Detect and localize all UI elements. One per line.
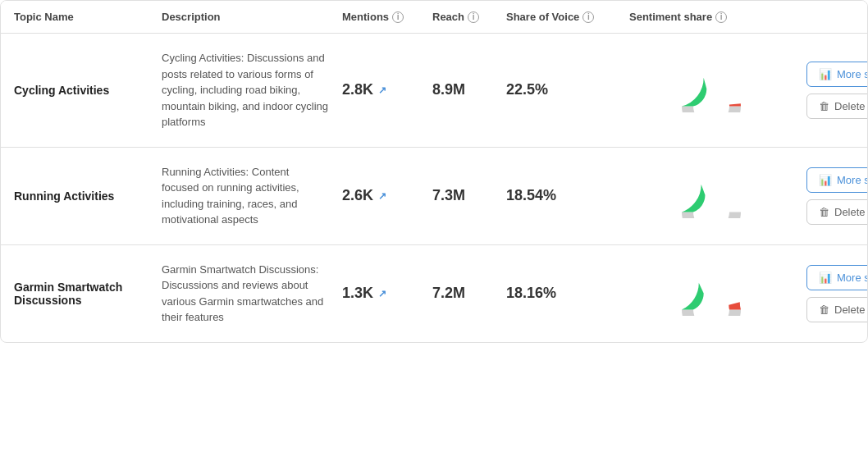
more-stats-button-garmin[interactable]: 📊 More stats xyxy=(806,265,868,290)
mentions-running: 2.6K ↗ xyxy=(342,187,432,204)
col-description: Description xyxy=(162,11,342,23)
table-row-running: Running Activities Running Activities: C… xyxy=(1,148,867,245)
reach-garmin: 7.2M xyxy=(432,285,506,302)
reach-cycling: 8.9M xyxy=(432,81,506,98)
mentions-link-icon-garmin[interactable]: ↗ xyxy=(378,288,386,299)
mentions-link-icon-running[interactable]: ↗ xyxy=(378,190,386,202)
delete-icon-garmin: 🗑 xyxy=(819,304,829,316)
topics-table: Topic Name Description Mentions i Reach … xyxy=(0,0,868,343)
mentions-cycling: 2.8K ↗ xyxy=(342,81,432,98)
col-actions xyxy=(793,11,854,23)
description-garmin: Garmin Smartwatch Discussions: Discussio… xyxy=(162,262,342,326)
topic-name-garmin: Garmin Smartwatch Discussions xyxy=(14,281,162,307)
more-stats-icon-garmin: 📊 xyxy=(819,272,832,284)
delete-button-garmin[interactable]: 🗑 Delete topic xyxy=(806,297,868,322)
more-stats-button-running[interactable]: 📊 More stats xyxy=(806,167,868,193)
actions-running: 📊 More stats 🗑 Delete topic xyxy=(793,167,868,225)
delete-button-running[interactable]: 🗑 Delete topic xyxy=(806,199,868,225)
gauge-garmin xyxy=(629,271,793,316)
gauge-cycling xyxy=(629,67,793,112)
actions-cycling: 📊 More stats 🗑 Delete topic xyxy=(793,62,868,119)
sov-running: 18.54% xyxy=(506,187,629,204)
topic-name-cycling: Cycling Activities xyxy=(14,84,162,97)
sov-garmin: 18.16% xyxy=(506,285,629,302)
sov-cycling: 22.5% xyxy=(506,81,629,98)
col-reach: Reach i xyxy=(432,11,506,23)
delete-icon-running: 🗑 xyxy=(819,206,829,218)
delete-button-cycling[interactable]: 🗑 Delete topic xyxy=(806,94,868,119)
mentions-link-icon-cycling[interactable]: ↗ xyxy=(378,84,386,96)
reach-info-icon[interactable]: i xyxy=(468,11,479,23)
gauge-running xyxy=(629,173,793,218)
table-header: Topic Name Description Mentions i Reach … xyxy=(1,1,867,34)
sentiment-info-icon[interactable]: i xyxy=(715,11,727,23)
col-mentions: Mentions i xyxy=(342,11,432,23)
more-stats-button-cycling[interactable]: 📊 More stats xyxy=(806,62,868,87)
actions-garmin: 📊 More stats 🗑 Delete topic xyxy=(793,265,868,322)
table-row-garmin: Garmin Smartwatch Discussions Garmin Sma… xyxy=(1,245,867,342)
sov-info-icon[interactable]: i xyxy=(582,11,594,23)
table-row-cycling: Cycling Activities Cycling Activities: D… xyxy=(1,34,867,148)
col-sentiment-share: Sentiment share i xyxy=(629,11,793,23)
reach-running: 7.3M xyxy=(432,187,506,204)
topic-name-running: Running Activities xyxy=(14,189,162,203)
more-stats-icon-cycling: 📊 xyxy=(819,68,832,80)
mentions-garmin: 1.3K ↗ xyxy=(342,285,432,302)
description-running: Running Activities: Content focused on r… xyxy=(162,164,342,228)
col-share-of-voice: Share of Voice i xyxy=(506,11,629,23)
delete-icon-cycling: 🗑 xyxy=(819,100,829,112)
description-cycling: Cycling Activities: Discussions and post… xyxy=(162,50,342,130)
more-stats-icon-running: 📊 xyxy=(819,174,832,186)
mentions-info-icon[interactable]: i xyxy=(392,11,404,23)
table-body: Cycling Activities Cycling Activities: D… xyxy=(1,34,867,342)
col-topic-name: Topic Name xyxy=(14,11,162,23)
